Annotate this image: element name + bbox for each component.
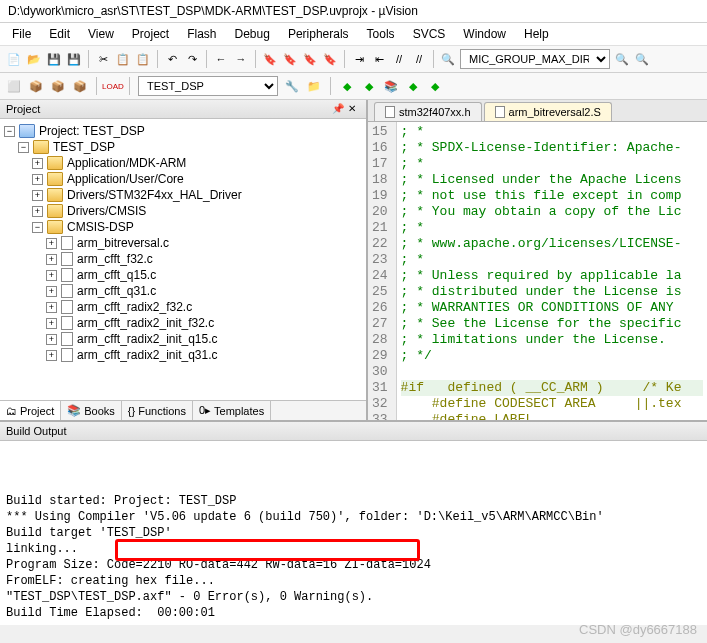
pin-icon[interactable]: 📌 [332, 103, 344, 115]
indent-icon[interactable]: ⇥ [351, 51, 367, 67]
build-batch-icon[interactable]: 📦 [72, 78, 88, 94]
find-select[interactable]: MIC_GROUP_MAX_DIR [460, 49, 610, 69]
save-all-icon[interactable]: 💾 [66, 51, 82, 67]
comment-icon[interactable]: // [391, 51, 407, 67]
menu-flash[interactable]: Flash [179, 25, 224, 43]
bookmark-icon[interactable]: 🔖 [262, 51, 278, 67]
editor-tab-bitreversal[interactable]: arm_bitreversal2.S [484, 102, 612, 121]
cut-icon[interactable]: ✂ [95, 51, 111, 67]
separator [129, 77, 130, 95]
manage-icon[interactable]: 📁 [306, 78, 322, 94]
expand-icon[interactable]: + [32, 174, 43, 185]
menu-edit[interactable]: Edit [41, 25, 78, 43]
build-icon[interactable]: 📦 [28, 78, 44, 94]
menu-project[interactable]: Project [124, 25, 177, 43]
tree-file[interactable]: arm_cfft_radix2_init_f32.c [77, 316, 214, 330]
project-tree[interactable]: −Project: TEST_DSP −TEST_DSP +Applicatio… [0, 119, 366, 400]
c-file-icon [61, 284, 73, 298]
translate-icon[interactable]: ⬜ [6, 78, 22, 94]
project-tab-icon: 🗂 [6, 405, 17, 417]
c-file-icon [61, 332, 73, 346]
menu-window[interactable]: Window [455, 25, 514, 43]
tree-file[interactable]: arm_cfft_radix2_f32.c [77, 300, 192, 314]
separator [255, 50, 256, 68]
collapse-icon[interactable]: − [18, 142, 29, 153]
expand-icon[interactable]: + [46, 238, 57, 249]
bookmark-next-icon[interactable]: 🔖 [302, 51, 318, 67]
tree-file[interactable]: arm_cfft_q15.c [77, 268, 156, 282]
c-file-icon [61, 236, 73, 250]
tree-group-cmsis-dsp[interactable]: CMSIS-DSP [67, 220, 134, 234]
expand-icon[interactable]: + [46, 350, 57, 361]
c-file-icon [61, 268, 73, 282]
bookmark-clear-icon[interactable]: 🔖 [322, 51, 338, 67]
target-options-icon[interactable]: 🔧 [284, 78, 300, 94]
redo-icon[interactable]: ↷ [184, 51, 200, 67]
tree-group[interactable]: Drivers/CMSIS [67, 204, 146, 218]
pack2-icon[interactable]: ◆ [361, 78, 377, 94]
tab-books[interactable]: 📚Books [61, 401, 122, 420]
menu-help[interactable]: Help [516, 25, 557, 43]
target-select[interactable]: TEST_DSP [138, 76, 278, 96]
expand-icon[interactable]: + [46, 302, 57, 313]
tree-target[interactable]: TEST_DSP [53, 140, 115, 154]
collapse-icon[interactable]: − [32, 222, 43, 233]
find-icon[interactable]: 🔍 [440, 51, 456, 67]
expand-icon[interactable]: + [32, 206, 43, 217]
manage-rte-icon[interactable]: ◆ [405, 78, 421, 94]
find-next-icon[interactable]: 🔍 [614, 51, 630, 67]
select-rte-icon[interactable]: ◆ [427, 78, 443, 94]
tree-file[interactable]: arm_cfft_f32.c [77, 252, 153, 266]
save-icon[interactable]: 💾 [46, 51, 62, 67]
books-icon[interactable]: 📚 [383, 78, 399, 94]
expand-icon[interactable]: + [46, 254, 57, 265]
editor-tab-stm32[interactable]: stm32f407xx.h [374, 102, 482, 121]
tab-functions[interactable]: {}Functions [122, 401, 193, 420]
menu-debug[interactable]: Debug [227, 25, 278, 43]
tree-file[interactable]: arm_cfft_q31.c [77, 284, 156, 298]
expand-icon[interactable]: + [32, 158, 43, 169]
expand-icon[interactable]: + [46, 334, 57, 345]
code-content[interactable]: ; *; * SPDX-License-Identifier: Apache-;… [397, 122, 707, 420]
tab-templates[interactable]: 0▸Templates [193, 401, 271, 420]
menu-tools[interactable]: Tools [359, 25, 403, 43]
tab-project[interactable]: 🗂Project [0, 401, 61, 420]
tree-group[interactable]: Application/MDK-ARM [67, 156, 186, 170]
menu-svcs[interactable]: SVCS [405, 25, 454, 43]
menu-view[interactable]: View [80, 25, 122, 43]
close-icon[interactable]: ✕ [348, 103, 360, 115]
tree-file[interactable]: arm_cfft_radix2_init_q31.c [77, 348, 218, 362]
download-icon[interactable]: LOAD [105, 78, 121, 94]
collapse-icon[interactable]: − [4, 126, 15, 137]
tree-file[interactable]: arm_bitreversal.c [77, 236, 169, 250]
main-toolbar: 📄 📂 💾 💾 ✂ 📋 📋 ↶ ↷ ← → 🔖 🔖 🔖 🔖 ⇥ ⇤ // // … [0, 46, 707, 73]
tree-group[interactable]: Drivers/STM32F4xx_HAL_Driver [67, 188, 242, 202]
tree-project-root[interactable]: Project: TEST_DSP [39, 124, 145, 138]
build-output-text[interactable]: Build started: Project: TEST_DSP*** Usin… [0, 441, 707, 625]
nav-back-icon[interactable]: ← [213, 51, 229, 67]
menu-file[interactable]: File [4, 25, 39, 43]
menu-peripherals[interactable]: Peripherals [280, 25, 357, 43]
expand-icon[interactable]: + [32, 190, 43, 201]
bookmark-prev-icon[interactable]: 🔖 [282, 51, 298, 67]
tree-group[interactable]: Application/User/Core [67, 172, 184, 186]
pack-icon[interactable]: ◆ [339, 78, 355, 94]
rebuild-icon[interactable]: 📦 [50, 78, 66, 94]
debug-icon[interactable]: 🔍 [634, 51, 650, 67]
copy-icon[interactable]: 📋 [115, 51, 131, 67]
outdent-icon[interactable]: ⇤ [371, 51, 387, 67]
new-file-icon[interactable]: 📄 [6, 51, 22, 67]
c-file-icon [61, 348, 73, 362]
uncomment-icon[interactable]: // [411, 51, 427, 67]
open-file-icon[interactable]: 📂 [26, 51, 42, 67]
expand-icon[interactable]: + [46, 286, 57, 297]
nav-forward-icon[interactable]: → [233, 51, 249, 67]
expand-icon[interactable]: + [46, 318, 57, 329]
separator [433, 50, 434, 68]
expand-icon[interactable]: + [46, 270, 57, 281]
code-editor[interactable]: 15161718192021222324252627282930313233 ;… [368, 122, 707, 420]
paste-icon[interactable]: 📋 [135, 51, 151, 67]
tree-file[interactable]: arm_cfft_radix2_init_q15.c [77, 332, 218, 346]
undo-icon[interactable]: ↶ [164, 51, 180, 67]
c-file-icon [61, 316, 73, 330]
